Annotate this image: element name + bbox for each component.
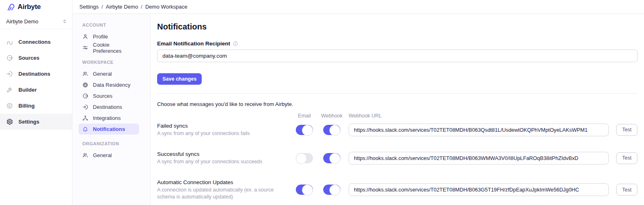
person-icon	[82, 34, 88, 40]
settings-nav-label: Destinations	[93, 104, 122, 110]
section-title: ACCOUNT	[82, 23, 145, 27]
save-changes-button[interactable]: Save changes	[157, 73, 202, 85]
table-row-successful-syncs: Successful syncs A sync from any of your…	[157, 151, 637, 165]
workspace-name: Airbyte Demo	[6, 18, 38, 25]
email-toggle[interactable]	[296, 185, 313, 195]
settings-nav-label: Integrations	[93, 115, 121, 121]
network-icon	[82, 115, 88, 121]
app-window: Airbyte Airbyte Demo Connections	[0, 0, 644, 205]
sidebar-item-label: Settings	[18, 119, 39, 125]
table-row-failed-syncs: Failed syncs A sync from any of your con…	[157, 123, 637, 137]
breadcrumb-workspace[interactable]: Demo Workspace	[145, 4, 187, 10]
breadcrumb-separator: /	[141, 4, 142, 10]
settings-nav-item-cookie-preferences[interactable]: Cookie Preferences	[79, 42, 139, 53]
right-column: Settings / Airbyte Demo / Demo Workspace…	[72, 0, 644, 205]
webhook-toggle[interactable]	[323, 185, 340, 195]
settings-nav-label: Profile	[93, 34, 108, 40]
users-icon	[82, 71, 88, 77]
test-webhook-button[interactable]: Test	[616, 184, 637, 196]
webhook-url-input[interactable]	[349, 183, 609, 196]
section-title: WORKSPACE	[82, 60, 145, 65]
destination-icon	[82, 104, 88, 110]
settings-nav-item-sources[interactable]: Sources	[79, 90, 139, 101]
sliders-icon	[82, 45, 88, 51]
test-webhook-button[interactable]: Test	[616, 124, 637, 136]
column-header-email: Email	[290, 113, 318, 119]
column-header-webhook-url: Webhook URL	[345, 113, 609, 119]
row-description: A sync from any of your connections fail…	[157, 130, 290, 137]
settings-nav-item-integrations[interactable]: Integrations	[79, 113, 139, 124]
sidebar-item-label: Destinations	[18, 71, 50, 77]
row-description: A sync from any of your connections succ…	[157, 158, 290, 165]
settings-nav-item-notifications[interactable]: Notifications	[79, 124, 139, 135]
gear-icon	[6, 118, 13, 125]
sidebar-item-label: Builder	[18, 87, 37, 93]
settings-nav-item-profile[interactable]: Profile	[79, 31, 139, 42]
settings-nav-item-destinations[interactable]: Destinations	[79, 101, 139, 113]
sidebar-item-billing[interactable]: Billing	[0, 98, 72, 114]
breadcrumb-separator: /	[101, 4, 103, 10]
page-title: Notifications	[157, 21, 637, 32]
settings-nav-section-account: ACCOUNT Profile	[82, 23, 145, 53]
airbyte-logo[interactable]: Airbyte	[0, 0, 72, 14]
connections-icon	[6, 38, 13, 45]
settings-nav-item-org-general[interactable]: General	[79, 150, 139, 161]
section-divider	[157, 93, 637, 94]
coin-icon	[6, 102, 13, 109]
table-row-automatic-connection-updates: Automatic Connection Updates A connectio…	[157, 179, 637, 200]
notifications-page: Notifications Email Notification Recipie…	[151, 14, 644, 205]
settings-nav-section-workspace: WORKSPACE General	[82, 60, 145, 135]
sidebar-item-label: Sources	[18, 55, 39, 61]
chevron-updown-icon	[62, 19, 67, 24]
row-title: Failed syncs	[157, 123, 290, 129]
row-description: A connection is updated automatically (e…	[157, 187, 290, 200]
notifications-table-header: Email Webhook Webhook URL	[157, 113, 637, 119]
settings-nav-label: Cookie Preferences	[93, 42, 135, 54]
bell-icon	[82, 126, 88, 132]
settings-nav-item-general[interactable]: General	[79, 68, 139, 79]
sidebar-item-connections[interactable]: Connections	[0, 34, 72, 50]
sidebar-item-destinations[interactable]: Destinations	[0, 66, 72, 82]
settings-nav-label: General	[93, 71, 112, 77]
source-icon	[6, 54, 13, 61]
email-toggle[interactable]	[296, 153, 313, 163]
row-title: Successful syncs	[157, 151, 290, 157]
airbyte-logo-icon	[6, 2, 15, 11]
sidebar-item-label: Connections	[18, 39, 51, 45]
destination-icon	[6, 70, 13, 77]
webhook-url-input[interactable]	[349, 152, 609, 164]
webhook-url-input[interactable]	[349, 124, 609, 136]
breadcrumb-settings[interactable]: Settings	[79, 4, 99, 10]
sidebar-item-sources[interactable]: Sources	[0, 50, 72, 66]
sidebar-item-settings[interactable]: Settings	[0, 114, 72, 130]
brand-name: Airbyte	[18, 3, 41, 11]
section-title: ORGANIZATION	[82, 141, 145, 146]
notifications-table: Email Webhook Webhook URL Failed syncs A…	[157, 113, 637, 200]
sidebar-item-label: Billing	[18, 103, 35, 109]
test-webhook-button[interactable]: Test	[616, 152, 637, 164]
webhook-toggle[interactable]	[323, 125, 340, 135]
email-recipient-label: Email Notification Recipient	[157, 41, 637, 47]
column-header-webhook: Webhook	[318, 113, 345, 119]
settings-nav-label: Sources	[93, 93, 113, 99]
row-title: Automatic Connection Updates	[157, 179, 290, 185]
sidebar-item-builder[interactable]: Builder	[0, 82, 72, 98]
notifications-intro: Choose what messages you'd like to recei…	[157, 101, 637, 107]
sidebar-nav: Connections Sources Destinations	[0, 29, 72, 130]
email-toggle[interactable]	[296, 125, 313, 135]
source-icon	[82, 93, 88, 99]
wrench-icon	[6, 86, 13, 93]
settings-nav-item-data-residency[interactable]: Data Residency	[79, 79, 139, 90]
info-icon[interactable]	[233, 41, 238, 46]
settings-nav-label: Data Residency	[93, 82, 131, 88]
settings-nav-section-organization: ORGANIZATION General	[82, 141, 145, 161]
workspace-selector[interactable]: Airbyte Demo	[0, 14, 72, 29]
settings-nav-label: General	[93, 152, 112, 158]
users-icon	[82, 152, 88, 158]
webhook-toggle[interactable]	[323, 153, 340, 163]
main-sidebar: Airbyte Airbyte Demo Connections	[0, 0, 72, 205]
breadcrumb: Settings / Airbyte Demo / Demo Workspace	[72, 0, 644, 14]
breadcrumb-organization[interactable]: Airbyte Demo	[106, 4, 138, 10]
email-recipient-input[interactable]	[157, 50, 637, 62]
email-recipient-label-text: Email Notification Recipient	[157, 41, 230, 47]
